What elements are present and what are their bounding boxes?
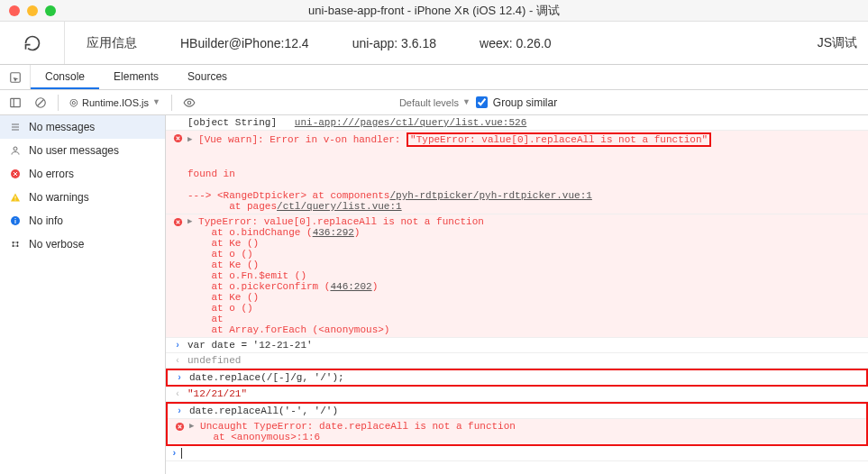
filter-input[interactable]	[205, 95, 394, 111]
log-text: at o.pickerConfirm (	[187, 281, 330, 292]
log-text: ---> <RangeDtpicker> at components	[187, 190, 389, 201]
log-text: at o.bindChange (	[187, 227, 313, 238]
log-text: at Ke ()	[187, 292, 259, 303]
svg-point-5	[187, 101, 191, 105]
sidebar-item-label: No errors	[29, 168, 74, 180]
console-output[interactable]: [object String] uni-app:///pages/ctl/que…	[166, 115, 868, 474]
levels-label: Default levels	[399, 97, 459, 108]
sidebar-item-label: No verbose	[29, 238, 84, 251]
svg-rect-1	[11, 98, 21, 106]
sidebar-item-messages[interactable]: No messages	[0, 115, 165, 139]
chevron-down-icon: ▼	[152, 97, 160, 106]
console-toolbar: ◎ Runtime.IOS.js ▼ Default levels ▼ Grou…	[0, 90, 868, 115]
js-debug-label[interactable]: JS调试	[818, 35, 868, 51]
tab-sources[interactable]: Sources	[173, 65, 242, 89]
sidebar-item-label: No messages	[29, 121, 95, 133]
tab-console[interactable]: Console	[31, 65, 99, 89]
weex-version: weex: 0.26.0	[458, 36, 572, 50]
titlebar: uni-base-app-front - iPhone Xʀ (iOS 12.4…	[0, 0, 868, 22]
eye-icon[interactable]	[179, 93, 199, 113]
chevron-down-icon: ▼	[462, 97, 471, 106]
log-text: date.replaceAll('-', '/')	[189, 406, 863, 416]
sidebar-item-errors[interactable]: No errors	[0, 162, 165, 186]
context-prefix: ◎	[69, 96, 78, 108]
info-icon	[9, 215, 22, 226]
reload-cell	[0, 22, 65, 64]
toolbar-sep2	[171, 95, 172, 111]
log-text: )	[372, 281, 379, 292]
log-text: "12/21/21"	[187, 388, 864, 399]
clear-console-icon[interactable]	[31, 93, 50, 113]
window-title: uni-base-app-front - iPhone Xʀ (iOS 12.4…	[0, 3, 868, 19]
log-text: at Ke ()	[187, 238, 259, 249]
highlight-box: "TypeError: value[0].replaceAll is not a…	[407, 132, 711, 147]
log-row-error: ▶ TypeError: value[0].replaceAll is not …	[166, 214, 868, 338]
expand-icon[interactable]: ▶	[187, 216, 192, 226]
log-text: date.replace(/[-]/g, '/');	[189, 372, 863, 383]
output-arrow-icon: ‹	[175, 389, 180, 399]
warning-icon	[9, 192, 22, 203]
log-row-input: › date.replaceAll('-', '/')	[168, 404, 866, 419]
source-link[interactable]: /ctl/query/list.vue:1	[277, 201, 402, 212]
source-link[interactable]: /pyh-rdtpicker/pyh-rdtpicker.vue:1	[389, 190, 591, 201]
group-similar-label: Group similar	[493, 96, 557, 109]
log-text: [Vue warn]: Error in v-on handler:	[198, 134, 407, 145]
highlight-box: › date.replaceAll('-', '/') ▶ Uncaught T…	[166, 402, 868, 446]
console-body: No messages No user messages No errors N…	[0, 115, 868, 474]
close-window[interactable]	[9, 5, 20, 16]
log-text: var date = '12-21-21'	[187, 340, 864, 351]
toggle-sidebar-icon[interactable]	[5, 93, 25, 113]
error-icon	[9, 169, 22, 179]
sidebar-item-label: No user messages	[29, 144, 119, 157]
svg-rect-15	[15, 218, 16, 219]
builder-info: HBuilder@iPhone:12.4	[159, 36, 331, 50]
messages-icon	[9, 122, 22, 132]
sidebar-item-user[interactable]: No user messages	[0, 139, 165, 162]
devtools-tabs: Console Elements Sources	[0, 65, 868, 90]
context-selector[interactable]: ◎ Runtime.IOS.js ▼	[66, 96, 164, 108]
sidebar-item-label: No warnings	[29, 191, 89, 204]
expand-icon[interactable]: ▶	[187, 134, 192, 144]
expand-icon[interactable]: ▶	[189, 421, 194, 431]
sidebar-item-verbose[interactable]: No verbose	[0, 232, 165, 256]
log-row-input: › date.replace(/[-]/g, '/');	[168, 370, 866, 385]
log-row-input: › var date = '12-21-21'	[166, 338, 868, 353]
log-text: [object String]	[187, 117, 295, 128]
highlight-box: › date.replace(/[-]/g, '/');	[166, 369, 868, 387]
uniapp-version: uni-app: 3.6.18	[331, 36, 458, 50]
toolbar-sep	[58, 95, 59, 111]
log-row-error: ▶ [Vue warn]: Error in v-on handler: "Ty…	[166, 131, 868, 214]
maximize-window[interactable]	[45, 5, 56, 16]
svg-rect-14	[15, 220, 16, 223]
sidebar-item-label: No info	[29, 214, 63, 227]
reload-icon[interactable]	[23, 34, 41, 52]
console-sidebar: No messages No user messages No errors N…	[0, 115, 166, 474]
log-text: at Ke ()	[187, 260, 259, 270]
source-link[interactable]: 436:292	[313, 227, 354, 238]
log-text: at	[187, 314, 224, 324]
input-arrow-icon: ›	[175, 341, 180, 351]
verbose-icon	[9, 239, 22, 250]
source-link[interactable]: 446:202	[330, 281, 371, 292]
log-row-output: ‹ undefined	[166, 353, 868, 369]
app-info-label[interactable]: 应用信息	[65, 35, 159, 51]
error-icon	[171, 132, 184, 143]
log-text: at Array.forEach (<anonymous>)	[187, 324, 389, 335]
log-row-error: ▶ Uncaught TypeError: date.replaceAll is…	[168, 419, 866, 444]
sidebar-item-info[interactable]: No info	[0, 209, 165, 232]
log-text: at pages	[187, 201, 277, 212]
minimize-window[interactable]	[27, 5, 38, 16]
inspect-icon-cell[interactable]	[0, 65, 31, 89]
source-link[interactable]: uni-app:///pages/ctl/query/list.vue:526	[295, 117, 526, 128]
tab-elements[interactable]: Elements	[99, 65, 173, 89]
context-label: Runtime.IOS.js	[82, 97, 149, 108]
sidebar-item-warnings[interactable]: No warnings	[0, 186, 165, 209]
console-prompt[interactable]: ›	[166, 446, 868, 461]
input-arrow-icon: ›	[177, 406, 182, 416]
traffic-lights	[9, 5, 56, 16]
log-text: TypeError: value[0].replaceAll is not a …	[198, 216, 484, 227]
group-similar-checkbox[interactable]	[476, 96, 488, 108]
levels-selector[interactable]: Default levels ▼	[399, 97, 471, 108]
svg-line-4	[38, 99, 44, 105]
error-icon	[173, 421, 186, 432]
